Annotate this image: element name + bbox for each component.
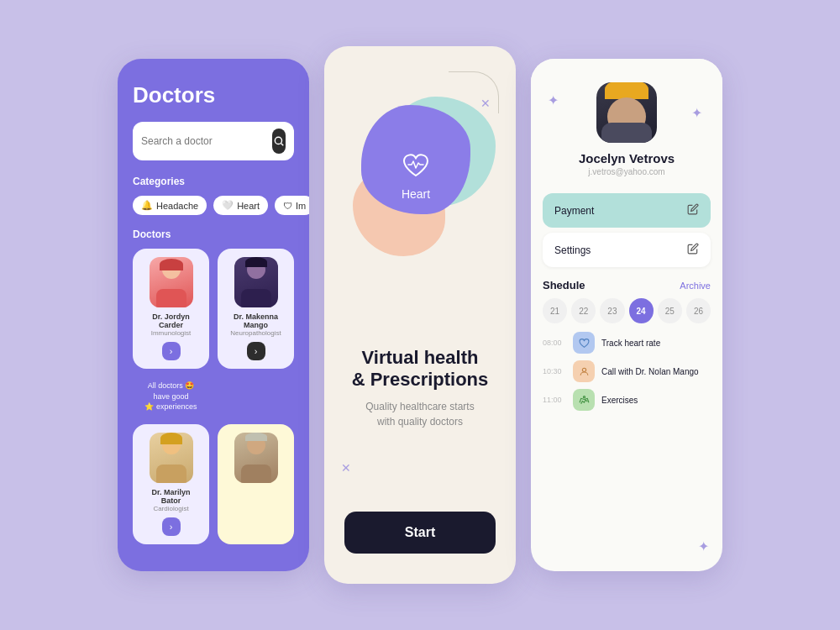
payment-icon xyxy=(687,203,699,218)
deco-x-bottom: ✕ xyxy=(341,461,351,475)
schedule-header: Shedule Archive xyxy=(543,279,711,291)
doctors-title: Doctors xyxy=(133,82,294,108)
settings-label: Settings xyxy=(554,244,591,256)
menu-section: Payment Settings xyxy=(531,193,722,272)
doctors-note-text: All doctors 🤩have good⭐ experiences xyxy=(144,381,197,412)
category-immune[interactable]: 🛡 Im xyxy=(275,196,309,215)
date-26[interactable]: 26 xyxy=(686,298,711,323)
doctor-name-jordyn: Dr. Jordyn Carder xyxy=(141,312,201,329)
category-heart-label: Heart xyxy=(237,201,260,211)
doctors-note-card: All doctors 🤩have good⭐ experiences xyxy=(133,377,209,416)
appt-time-1: 08:00 xyxy=(543,339,566,347)
doctor-avatar-elder xyxy=(234,433,278,483)
onboarding-subtitle: Quality healthcare startswith quality do… xyxy=(352,399,489,429)
appt-label-2: Call with Dr. Nolan Mango xyxy=(601,367,699,376)
appt-label-3: Exercises xyxy=(601,396,638,405)
blob-heart-label: Heart xyxy=(402,187,430,201)
doctors-grid: Dr. Jordyn Carder Immunologist › All doc… xyxy=(133,249,294,544)
deco-plus-top-left: ✦ xyxy=(548,92,559,108)
profile-name: Jocelyn Vetrovs xyxy=(579,151,675,165)
doctor-card-marilyn: Dr. Marilyn Bator Cardiologist › xyxy=(133,424,209,544)
doctor-card-jordyn: Dr. Jordyn Carder Immunologist › xyxy=(133,249,209,369)
schedule-section: Shedule Archive 21 22 23 24 25 26 08:00 … xyxy=(531,279,722,411)
appt-exercises: 11:00 Exercises xyxy=(543,389,711,411)
doctor-name-makenna: Dr. Makenna Mango xyxy=(226,312,286,329)
appt-icon-exercise xyxy=(573,389,595,411)
onboarding-title: Virtual health& Prescriptions xyxy=(352,347,489,391)
category-immune-label: Im xyxy=(296,201,306,211)
doctor-spec-jordyn: Immunologist xyxy=(151,329,192,337)
start-button[interactable]: Start xyxy=(344,512,496,554)
settings-icon xyxy=(687,243,699,257)
doctor-avatar-makenna xyxy=(234,257,278,307)
menu-item-payment[interactable]: Payment xyxy=(543,193,711,228)
doctor-avatar-marilyn xyxy=(150,433,193,483)
date-21[interactable]: 21 xyxy=(543,298,567,323)
doctor-avatar-jordyn xyxy=(150,257,193,307)
date-23[interactable]: 23 xyxy=(600,298,624,323)
appt-time-2: 10:30 xyxy=(543,367,566,375)
categories-list: 🔔 Headache 🤍 Heart 🛡 Im xyxy=(133,196,294,215)
svg-point-3 xyxy=(583,396,585,397)
onboarding-text: Virtual health& Prescriptions Quality he… xyxy=(352,347,489,430)
svg-line-1 xyxy=(281,144,284,146)
category-headache[interactable]: 🔔 Headache xyxy=(133,196,207,215)
blob-purple: Heart xyxy=(361,105,470,214)
heart-icon: 🤍 xyxy=(222,200,234,211)
phone-doctors: Doctors Categories 🔔 Headache 🤍 Heart 🛡 … xyxy=(118,59,309,571)
immune-icon: 🛡 xyxy=(283,201,292,211)
avatar-hat xyxy=(605,82,648,99)
appt-icon-call xyxy=(573,360,595,382)
date-25[interactable]: 25 xyxy=(658,298,682,323)
phone-profile: ✦ ✦ Jocelyn Vetrovs j.vetros@yahoo.com P… xyxy=(531,59,722,571)
doctor-spec-marilyn: Cardiologist xyxy=(153,505,188,512)
search-bar[interactable] xyxy=(133,122,294,160)
menu-item-settings[interactable]: Settings xyxy=(543,233,711,267)
doctor-name-marilyn: Dr. Marilyn Bator xyxy=(141,488,201,505)
date-22[interactable]: 22 xyxy=(571,298,596,323)
phone-onboarding: ✕ ✕ Heart Virtual health& Prescriptions … xyxy=(324,46,516,584)
doctor-arrow-jordyn[interactable]: › xyxy=(162,342,181,360)
doctor-arrow-marilyn[interactable]: › xyxy=(162,517,181,536)
search-input[interactable] xyxy=(141,135,267,147)
archive-link[interactable]: Archive xyxy=(680,281,711,291)
doctor-card-elder xyxy=(218,424,294,544)
category-headache-label: Headache xyxy=(156,201,198,211)
payment-label: Payment xyxy=(554,205,594,217)
doctors-section-label: Doctors xyxy=(133,228,294,240)
heart-pulse-icon xyxy=(402,153,430,184)
appointment-list: 08:00 Track heart rate 10:30 Call with D… xyxy=(543,332,711,411)
profile-top: ✦ ✦ Jocelyn Vetrovs j.vetros@yahoo.com xyxy=(531,59,722,190)
appt-icon-heart xyxy=(573,332,595,354)
headache-icon: 🔔 xyxy=(141,200,153,211)
svg-point-2 xyxy=(582,368,585,371)
appt-track-heart: 08:00 Track heart rate xyxy=(543,332,711,354)
schedule-title: Shedule xyxy=(543,279,585,291)
search-button[interactable] xyxy=(272,129,286,154)
deco-plus-bottom-right: ✦ xyxy=(698,538,709,554)
blob-container: Heart xyxy=(344,80,496,265)
avatar-body xyxy=(601,123,652,143)
profile-email: j.vetros@yahoo.com xyxy=(588,167,664,176)
date-row: 21 22 23 24 25 26 xyxy=(543,298,711,323)
appt-call-doctor: 10:30 Call with Dr. Nolan Mango xyxy=(543,360,711,382)
categories-label: Categories xyxy=(133,176,294,187)
deco-plus-top-right: ✦ xyxy=(691,105,702,121)
date-24[interactable]: 24 xyxy=(629,298,654,323)
doctor-arrow-makenna[interactable]: › xyxy=(247,342,265,360)
doctor-card-makenna: Dr. Makenna Mango Neuropathologist › xyxy=(218,249,294,369)
svg-point-0 xyxy=(275,137,281,144)
appt-time-3: 11:00 xyxy=(543,396,566,404)
profile-avatar xyxy=(596,82,657,143)
doctor-card-makenna-wrapper: Dr. Makenna Mango Neuropathologist › xyxy=(218,249,294,416)
doctor-spec-makenna: Neuropathologist xyxy=(230,329,281,337)
appt-label-1: Track heart rate xyxy=(601,339,660,348)
category-heart[interactable]: 🤍 Heart xyxy=(213,196,268,215)
